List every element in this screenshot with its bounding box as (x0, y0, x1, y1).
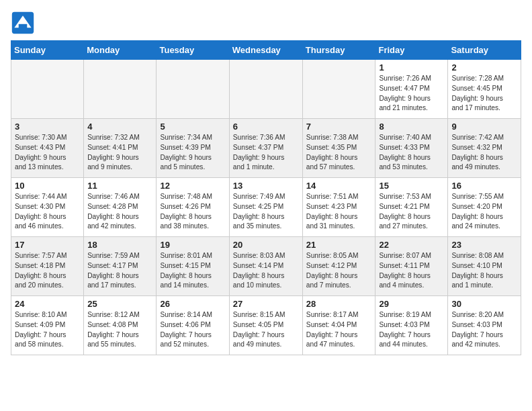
calendar-cell (11, 60, 84, 119)
calendar-cell: 2Sunrise: 7:28 AM Sunset: 4:45 PM Daylig… (448, 60, 521, 119)
day-info: Sunrise: 8:10 AM Sunset: 4:09 PM Dayligh… (15, 310, 80, 350)
calendar-cell: 11Sunrise: 7:46 AM Sunset: 4:28 PM Dayli… (84, 178, 157, 237)
day-info: Sunrise: 7:51 AM Sunset: 4:23 PM Dayligh… (306, 192, 372, 232)
calendar-cell: 15Sunrise: 7:53 AM Sunset: 4:21 PM Dayli… (375, 178, 448, 237)
day-number: 26 (160, 299, 225, 309)
calendar-cell: 19Sunrise: 8:01 AM Sunset: 4:15 PM Dayli… (157, 237, 229, 296)
calendar-cell (229, 60, 302, 119)
col-header-saturday: Saturday (448, 41, 521, 60)
day-number: 20 (233, 240, 299, 250)
day-info: Sunrise: 7:57 AM Sunset: 4:18 PM Dayligh… (15, 251, 80, 291)
calendar-cell: 3Sunrise: 7:30 AM Sunset: 4:43 PM Daylig… (11, 119, 84, 178)
day-info: Sunrise: 7:55 AM Sunset: 4:20 PM Dayligh… (451, 192, 517, 232)
calendar-cell: 29Sunrise: 8:19 AM Sunset: 4:03 PM Dayli… (375, 296, 448, 355)
day-info: Sunrise: 7:49 AM Sunset: 4:25 PM Dayligh… (233, 192, 299, 232)
day-info: Sunrise: 7:44 AM Sunset: 4:30 PM Dayligh… (15, 192, 80, 232)
day-info: Sunrise: 8:07 AM Sunset: 4:11 PM Dayligh… (379, 251, 444, 291)
day-info: Sunrise: 7:48 AM Sunset: 4:26 PM Dayligh… (160, 192, 225, 232)
calendar-cell: 6Sunrise: 7:36 AM Sunset: 4:37 PM Daylig… (229, 119, 302, 178)
calendar-cell: 25Sunrise: 8:12 AM Sunset: 4:08 PM Dayli… (84, 296, 157, 355)
header (11, 11, 521, 35)
day-info: Sunrise: 7:40 AM Sunset: 4:33 PM Dayligh… (379, 133, 444, 173)
week-row-1: 1Sunrise: 7:26 AM Sunset: 4:47 PM Daylig… (11, 60, 521, 119)
day-info: Sunrise: 7:32 AM Sunset: 4:41 PM Dayligh… (87, 133, 152, 173)
day-number: 16 (451, 181, 517, 191)
header-row: SundayMondayTuesdayWednesdayThursdayFrid… (11, 41, 521, 60)
day-number: 21 (306, 240, 372, 250)
logo (11, 11, 39, 35)
logo-icon (11, 11, 35, 35)
day-info: Sunrise: 8:03 AM Sunset: 4:14 PM Dayligh… (233, 251, 299, 291)
calendar-cell (302, 60, 375, 119)
col-header-sunday: Sunday (11, 41, 84, 60)
day-info: Sunrise: 8:08 AM Sunset: 4:10 PM Dayligh… (451, 251, 517, 291)
calendar-cell: 5Sunrise: 7:34 AM Sunset: 4:39 PM Daylig… (157, 119, 229, 178)
calendar-cell: 27Sunrise: 8:15 AM Sunset: 4:05 PM Dayli… (229, 296, 302, 355)
week-row-3: 10Sunrise: 7:44 AM Sunset: 4:30 PM Dayli… (11, 178, 521, 237)
calendar-table: SundayMondayTuesdayWednesdayThursdayFrid… (11, 40, 521, 355)
calendar-cell: 21Sunrise: 8:05 AM Sunset: 4:12 PM Dayli… (302, 237, 375, 296)
day-number: 29 (379, 299, 444, 309)
day-number: 2 (451, 62, 517, 73)
day-info: Sunrise: 7:26 AM Sunset: 4:47 PM Dayligh… (379, 74, 444, 113)
calendar-cell: 8Sunrise: 7:40 AM Sunset: 4:33 PM Daylig… (375, 119, 448, 178)
calendar-cell: 14Sunrise: 7:51 AM Sunset: 4:23 PM Dayli… (302, 178, 375, 237)
day-info: Sunrise: 7:38 AM Sunset: 4:35 PM Dayligh… (306, 133, 372, 173)
day-number: 6 (233, 122, 299, 132)
week-row-5: 24Sunrise: 8:10 AM Sunset: 4:09 PM Dayli… (11, 296, 521, 355)
day-info: Sunrise: 7:36 AM Sunset: 4:37 PM Dayligh… (233, 133, 299, 173)
day-number: 25 (87, 299, 152, 309)
day-number: 17 (15, 240, 80, 250)
calendar-cell: 26Sunrise: 8:14 AM Sunset: 4:06 PM Dayli… (157, 296, 229, 355)
day-number: 22 (379, 240, 444, 250)
day-info: Sunrise: 7:59 AM Sunset: 4:17 PM Dayligh… (87, 251, 152, 291)
day-info: Sunrise: 8:05 AM Sunset: 4:12 PM Dayligh… (306, 251, 372, 291)
day-info: Sunrise: 8:19 AM Sunset: 4:03 PM Dayligh… (379, 310, 444, 350)
calendar-cell: 18Sunrise: 7:59 AM Sunset: 4:17 PM Dayli… (84, 237, 157, 296)
day-number: 4 (87, 122, 152, 132)
day-info: Sunrise: 7:42 AM Sunset: 4:32 PM Dayligh… (451, 133, 517, 173)
day-info: Sunrise: 8:01 AM Sunset: 4:15 PM Dayligh… (160, 251, 225, 291)
calendar-cell: 10Sunrise: 7:44 AM Sunset: 4:30 PM Dayli… (11, 178, 84, 237)
day-number: 10 (15, 181, 80, 191)
col-header-monday: Monday (84, 41, 157, 60)
calendar-cell (157, 60, 229, 119)
calendar-cell: 22Sunrise: 8:07 AM Sunset: 4:11 PM Dayli… (375, 237, 448, 296)
calendar-cell: 1Sunrise: 7:26 AM Sunset: 4:47 PM Daylig… (375, 60, 448, 119)
day-number: 23 (451, 240, 517, 250)
day-info: Sunrise: 8:20 AM Sunset: 4:03 PM Dayligh… (451, 310, 517, 350)
calendar-cell: 30Sunrise: 8:20 AM Sunset: 4:03 PM Dayli… (448, 296, 521, 355)
day-info: Sunrise: 8:14 AM Sunset: 4:06 PM Dayligh… (160, 310, 225, 350)
col-header-friday: Friday (375, 41, 448, 60)
calendar-cell: 9Sunrise: 7:42 AM Sunset: 4:32 PM Daylig… (448, 119, 521, 178)
day-info: Sunrise: 7:34 AM Sunset: 4:39 PM Dayligh… (160, 133, 225, 173)
svg-rect-2 (19, 24, 28, 30)
day-info: Sunrise: 8:12 AM Sunset: 4:08 PM Dayligh… (87, 310, 152, 350)
day-number: 30 (451, 299, 517, 309)
calendar-cell: 28Sunrise: 8:17 AM Sunset: 4:04 PM Dayli… (302, 296, 375, 355)
day-number: 9 (451, 122, 517, 132)
col-header-tuesday: Tuesday (157, 41, 229, 60)
day-info: Sunrise: 7:46 AM Sunset: 4:28 PM Dayligh… (87, 192, 152, 232)
calendar-cell: 16Sunrise: 7:55 AM Sunset: 4:20 PM Dayli… (448, 178, 521, 237)
day-number: 11 (87, 181, 152, 191)
calendar-cell: 12Sunrise: 7:48 AM Sunset: 4:26 PM Dayli… (157, 178, 229, 237)
day-info: Sunrise: 7:30 AM Sunset: 4:43 PM Dayligh… (15, 133, 80, 173)
calendar-cell: 20Sunrise: 8:03 AM Sunset: 4:14 PM Dayli… (229, 237, 302, 296)
calendar-cell: 7Sunrise: 7:38 AM Sunset: 4:35 PM Daylig… (302, 119, 375, 178)
day-info: Sunrise: 8:15 AM Sunset: 4:05 PM Dayligh… (233, 310, 299, 350)
day-number: 27 (233, 299, 299, 309)
calendar-cell (84, 60, 157, 119)
day-number: 7 (306, 122, 372, 132)
day-number: 8 (379, 122, 444, 132)
col-header-thursday: Thursday (302, 41, 375, 60)
day-number: 12 (160, 181, 225, 191)
day-number: 28 (306, 299, 372, 309)
calendar-cell: 4Sunrise: 7:32 AM Sunset: 4:41 PM Daylig… (84, 119, 157, 178)
calendar-cell: 17Sunrise: 7:57 AM Sunset: 4:18 PM Dayli… (11, 237, 84, 296)
col-header-wednesday: Wednesday (229, 41, 302, 60)
week-row-2: 3Sunrise: 7:30 AM Sunset: 4:43 PM Daylig… (11, 119, 521, 178)
day-number: 5 (160, 122, 225, 132)
day-number: 13 (233, 181, 299, 191)
day-number: 14 (306, 181, 372, 191)
